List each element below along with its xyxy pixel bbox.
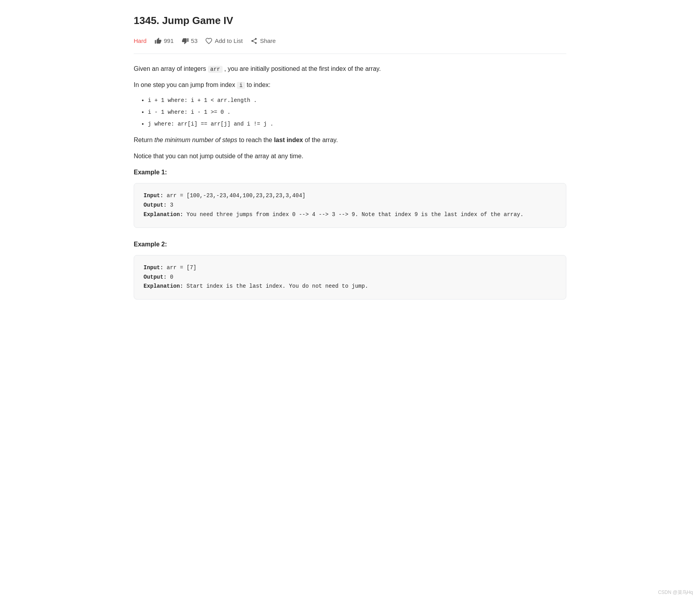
example1-section: Example 1: Input: arr = [100,-23,-23,404… xyxy=(134,167,566,228)
example2-output-label: Output: xyxy=(144,274,167,280)
description-p2: In one step you can jump from index i to… xyxy=(134,80,566,91)
return-bold: last index xyxy=(274,137,303,143)
desc-p1-before: Given an array of integers xyxy=(134,65,206,72)
example1-input-val: arr = [100,-23,-23,404,100,23,23,23,3,40… xyxy=(167,192,306,199)
share-icon xyxy=(251,37,258,44)
example2-explanation-label: Explanation: xyxy=(144,283,183,289)
example1-explanation-line: Explanation: You need three jumps from i… xyxy=(144,210,556,220)
return-statement: Return the minimum number of steps to re… xyxy=(134,135,566,145)
dislike-button[interactable]: 53 xyxy=(182,36,198,46)
arr-code: arr xyxy=(208,66,223,73)
example1-output-label: Output: xyxy=(144,202,167,208)
example1-code-block: Input: arr = [100,-23,-23,404,100,23,23,… xyxy=(134,183,566,227)
example2-heading: Example 2: xyxy=(134,239,566,250)
example2-output-line: Output: 0 xyxy=(144,273,556,282)
share-button[interactable]: Share xyxy=(251,36,276,46)
like-count: 991 xyxy=(164,36,174,46)
example1-heading: Example 1: xyxy=(134,167,566,178)
description-p1: Given an array of integers arr , you are… xyxy=(134,63,566,74)
page-container: 1345. Jump Game IV Hard 991 53 Add to Li… xyxy=(118,0,582,334)
add-to-list-button[interactable]: Add to List xyxy=(205,36,243,46)
example1-input-line: Input: arr = [100,-23,-23,404,100,23,23,… xyxy=(144,191,556,201)
example1-explanation-label: Explanation: xyxy=(144,211,183,218)
jump-conditions-list: i + 1 where: i + 1 < arr.length . i - 1 … xyxy=(134,96,566,129)
condition-3-and: and xyxy=(234,121,247,127)
heart-icon xyxy=(205,37,212,44)
desc-p1-after: , you are initially positioned at the fi… xyxy=(224,65,381,72)
meta-row: Hard 991 53 Add to List Share xyxy=(134,36,566,54)
example1-output-line: Output: 3 xyxy=(144,201,556,210)
condition-3-neq: i != j xyxy=(247,121,267,127)
add-to-list-label: Add to List xyxy=(215,36,243,46)
return-after: of the array. xyxy=(305,137,338,143)
dislike-count: 53 xyxy=(191,36,198,46)
problem-body: Given an array of integers arr , you are… xyxy=(134,63,566,300)
example2-input-line: Input: arr = [7] xyxy=(144,263,556,273)
condition-3-where: where: xyxy=(155,121,178,127)
i-code: i xyxy=(237,82,245,89)
desc-p2-before: In one step you can jump from index xyxy=(134,81,235,88)
notice-statement: Notice that you can not jump outside of … xyxy=(134,151,566,161)
condition-3-eq: arr[i] == arr[j] xyxy=(178,121,230,127)
example2-input-label: Input: xyxy=(144,264,163,271)
condition-3-j: j xyxy=(148,121,151,127)
thumbs-up-icon xyxy=(155,37,162,44)
condition-3: j where: arr[i] == arr[j] and i != j . xyxy=(148,120,566,129)
condition-2-code: i - 1 where: i - 1 >= 0 . xyxy=(148,109,230,115)
desc-p2-after: to index: xyxy=(247,81,270,88)
problem-title: 1345. Jump Game IV xyxy=(134,13,566,29)
example2-explanation-line: Explanation: Start index is the last ind… xyxy=(144,282,556,291)
return-middle: to reach the xyxy=(239,137,274,143)
like-button[interactable]: 991 xyxy=(155,36,174,46)
return-before: Return xyxy=(134,137,153,143)
difficulty-badge: Hard xyxy=(134,36,147,46)
thumbs-down-icon xyxy=(182,37,189,44)
condition-3-end: . xyxy=(270,121,273,127)
condition-1-code: i + 1 where: i + 1 < arr.length . xyxy=(148,97,257,104)
example2-code-block: Input: arr = [7] Output: 0 Explanation: … xyxy=(134,255,566,300)
example1-input-label: Input: xyxy=(144,192,163,199)
condition-2: i - 1 where: i - 1 >= 0 . xyxy=(148,108,566,117)
condition-1: i + 1 where: i + 1 < arr.length . xyxy=(148,96,566,105)
return-italic: the minimum number of steps xyxy=(154,137,237,143)
example2-section: Example 2: Input: arr = [7] Output: 0 Ex… xyxy=(134,239,566,300)
share-label: Share xyxy=(260,36,276,46)
